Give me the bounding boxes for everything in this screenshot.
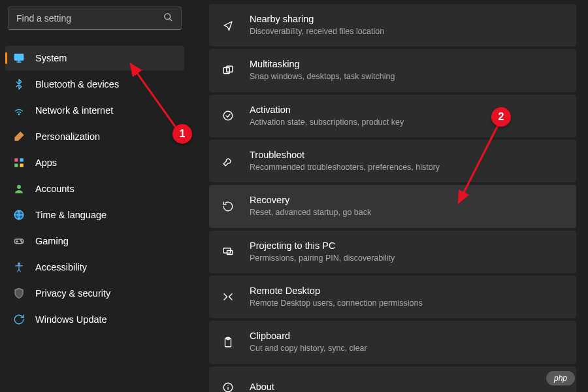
card-subtitle: Activation state, subscriptions, product… [250, 117, 564, 129]
annotation-badge-2: 2 [491, 107, 511, 127]
svg-point-17 [18, 263, 20, 265]
apps-icon [13, 157, 25, 169]
settings-card-multitasking[interactable]: MultitaskingSnap windows, desktops, task… [209, 49, 576, 91]
sidebar-item-windows-update[interactable]: Windows Update [5, 307, 184, 332]
card-subtitle: Permissions, pairing PIN, discoverabilit… [250, 253, 564, 265]
sidebar-item-accounts[interactable]: Accounts [5, 176, 184, 201]
project-icon [221, 244, 235, 259]
sidebar-item-accessibility[interactable]: Accessibility [5, 255, 184, 280]
card-subtitle: Cut and copy history, sync, clear [250, 343, 564, 355]
settings-card-clipboard[interactable]: ClipboardCut and copy history, sync, cle… [209, 321, 576, 363]
sidebar-item-label: Windows Update [35, 314, 107, 325]
card-title: Clipboard [250, 330, 564, 342]
search-icon [163, 12, 173, 25]
sidebar: SystemBluetooth & devicesNetwork & inter… [0, 0, 189, 392]
svg-point-20 [223, 112, 233, 121]
bluetooth-icon [13, 78, 25, 90]
person-icon [13, 183, 25, 195]
sidebar-item-label: Bluetooth & devices [35, 79, 119, 90]
sidebar-item-bluetooth-devices[interactable]: Bluetooth & devices [5, 72, 184, 97]
settings-card-recovery[interactable]: RecoveryReset, advanced startup, go back [209, 185, 576, 227]
sidebar-item-label: Personalization [35, 131, 100, 142]
clipboard-icon [221, 335, 235, 350]
sidebar-item-network-internet[interactable]: Network & internet [5, 98, 184, 123]
svg-point-15 [20, 240, 22, 242]
card-title: Activation [250, 104, 564, 116]
sidebar-item-label: Network & internet [35, 105, 113, 116]
sidebar-item-label: Privacy & security [35, 288, 110, 299]
card-title: Nearby sharing [250, 13, 564, 25]
settings-card-troubleshoot[interactable]: TroubleshootRecommended troubleshooters,… [209, 140, 576, 182]
sidebar-item-label: Accounts [35, 184, 74, 194]
sidebar-item-label: Accessibility [35, 262, 87, 272]
recovery-icon [221, 199, 235, 214]
card-title: About [250, 381, 564, 392]
settings-card-about[interactable]: About [209, 367, 576, 392]
svg-point-16 [22, 242, 23, 243]
brush-icon [13, 131, 25, 142]
svg-rect-22 [227, 251, 233, 255]
sidebar-item-system[interactable]: System [5, 46, 184, 71]
svg-rect-6 [14, 158, 18, 161]
wifi-icon [13, 105, 25, 116]
card-title: Recovery [250, 194, 564, 206]
sidebar-item-label: Gaming [35, 236, 69, 246]
card-subtitle: Discoverability, received files location [250, 26, 564, 38]
wrench-icon [221, 154, 235, 169]
svg-point-5 [18, 114, 20, 115]
sidebar-item-label: Apps [35, 157, 57, 168]
svg-rect-9 [20, 164, 24, 167]
annotation-badge-1: 1 [172, 124, 192, 144]
settings-card-activation[interactable]: ActivationActivation state, subscription… [209, 95, 576, 137]
settings-card-remote-desktop[interactable]: Remote DesktopRemote Desktop users, conn… [209, 276, 576, 318]
sidebar-item-privacy-security[interactable]: Privacy & security [5, 281, 184, 306]
card-title: Remote Desktop [250, 285, 564, 297]
check-icon [221, 108, 235, 123]
card-title: Troubleshoot [250, 149, 564, 161]
accessibility-icon [13, 261, 25, 273]
globe-icon [13, 209, 25, 221]
remote-icon [221, 290, 235, 304]
monitor-icon [13, 52, 25, 64]
svg-line-1 [169, 18, 172, 21]
update-icon [13, 314, 25, 325]
share-icon [221, 18, 235, 33]
settings-card-projecting-to-this-pc[interactable]: Projecting to this PCPermissions, pairin… [209, 231, 576, 273]
settings-card-nearby-sharing[interactable]: Nearby sharingDiscoverability, received … [209, 4, 576, 46]
card-subtitle: Remote Desktop users, connection permiss… [250, 298, 564, 310]
sidebar-item-personalization[interactable]: Personalization [5, 124, 184, 149]
sidebar-item-time-language[interactable]: Time & language [5, 203, 184, 227]
card-title: Projecting to this PC [250, 240, 564, 252]
gamepad-icon [13, 235, 25, 247]
watermark: php [546, 371, 575, 385]
svg-point-10 [17, 185, 21, 189]
main-content: Nearby sharingDiscoverability, received … [189, 0, 588, 392]
search-box[interactable] [8, 7, 182, 30]
sidebar-item-apps[interactable]: Apps [5, 150, 184, 175]
svg-point-0 [165, 13, 171, 19]
svg-rect-8 [14, 164, 18, 167]
search-input[interactable] [16, 13, 163, 24]
shield-icon [13, 287, 25, 299]
multitask-icon [221, 63, 235, 78]
card-subtitle: Snap windows, desktops, task switching [250, 71, 564, 83]
sidebar-item-gaming[interactable]: Gaming [5, 229, 184, 253]
svg-rect-2 [14, 54, 24, 60]
card-subtitle: Recommended troubleshooters, preferences… [250, 162, 564, 174]
sidebar-item-label: Time & language [35, 210, 106, 220]
card-title: Multitasking [250, 58, 564, 71]
svg-rect-7 [20, 158, 24, 161]
sidebar-item-label: System [35, 53, 67, 63]
info-icon [221, 380, 235, 392]
card-subtitle: Reset, advanced startup, go back [250, 207, 564, 219]
